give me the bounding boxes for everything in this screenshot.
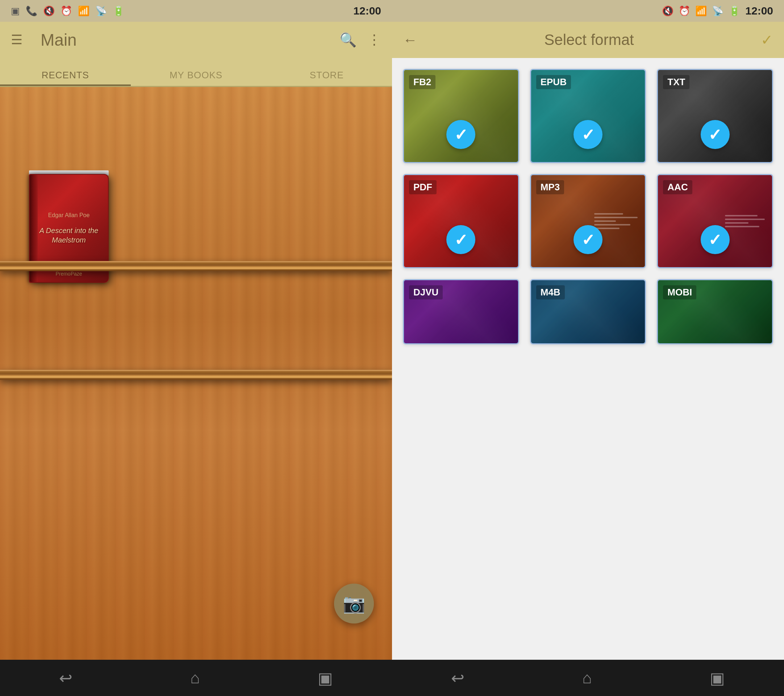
phone-icon: 📞 <box>26 5 37 16</box>
wifi-icon: 📶 <box>78 5 89 16</box>
left-toolbar: ☰ Main 🔍 ⋮ <box>0 22 392 58</box>
r-battery-icon: 🔋 <box>728 5 740 16</box>
fb2-check-icon: ✓ <box>454 125 468 144</box>
left-time: 12:00 <box>353 5 381 17</box>
left-status-icons: ▣ 📞 🔇 ⏰ 📶 📡 🔋 <box>11 5 124 16</box>
book-title: A Descent into the Maelstrom <box>37 226 101 245</box>
format-card-txt[interactable]: TXT ✓ <box>657 69 773 163</box>
app-title: Main <box>41 30 329 49</box>
r-wifi-icon: 📶 <box>695 5 707 16</box>
tab-my-books[interactable]: MY BOOKS <box>131 69 262 86</box>
mp3-waveform <box>594 213 637 229</box>
right-toolbar: ← Select format ✓ <box>392 22 784 58</box>
back-button[interactable]: ← <box>403 32 417 48</box>
signal-icon: 📡 <box>95 5 107 16</box>
book-author: Edgar Allan Poe <box>48 212 90 219</box>
left-panel: ▣ 📞 🔇 ⏰ 📶 📡 🔋 12:00 ☰ Main 🔍 ⋮ RECENTS M… <box>0 0 392 696</box>
mobi-label: MOBI <box>663 285 696 299</box>
format-card-mobi[interactable]: MOBI <box>657 279 773 345</box>
fb2-label: FB2 <box>409 75 435 89</box>
battery-icon: 🔋 <box>113 5 124 16</box>
bookshelf-shelf-1 <box>0 261 392 271</box>
wave-1 <box>594 213 623 214</box>
r-volume-icon: 🔇 <box>662 5 674 16</box>
djvu-label: DJVU <box>409 285 443 299</box>
r-alarm-icon: ⏰ <box>679 5 690 16</box>
tablet-icon: ▣ <box>11 5 20 16</box>
txt-check: ✓ <box>701 120 730 149</box>
mp3-check-icon: ✓ <box>581 231 595 249</box>
m4b-label: M4B <box>536 285 565 299</box>
aac-check: ✓ <box>701 225 730 254</box>
search-icon[interactable]: 🔍 <box>339 32 356 48</box>
epub-check: ✓ <box>573 120 603 149</box>
r-signal-icon: 📡 <box>712 5 723 16</box>
txt-label: TXT <box>663 75 689 89</box>
tab-store[interactable]: STORE <box>261 69 392 86</box>
aac-wave-4 <box>725 226 759 227</box>
mp3-label: MP3 <box>536 180 564 194</box>
volume-icon: 🔇 <box>43 5 55 16</box>
format-card-fb2[interactable]: FB2 ✓ <box>403 69 519 163</box>
right-recents-nav-icon[interactable]: ▣ <box>710 669 725 687</box>
alarm-icon: ⏰ <box>61 5 72 16</box>
camera-fab[interactable]: 📷 <box>334 584 374 623</box>
format-row-3: DJVU M4B MOBI <box>403 279 773 345</box>
bookshelf-shelf-2 <box>0 370 392 380</box>
recents-nav-icon[interactable]: ▣ <box>318 669 333 687</box>
aac-wave-2 <box>725 219 765 220</box>
fb2-check: ✓ <box>446 120 475 149</box>
format-grid: FB2 ✓ EPUB ✓ TXT ✓ <box>392 58 784 660</box>
aac-wave-1 <box>725 215 758 216</box>
confirm-button[interactable]: ✓ <box>761 31 773 48</box>
format-card-djvu[interactable]: DJVU <box>403 279 519 345</box>
right-panel: 🔇 ⏰ 📶 📡 🔋 12:00 ← Select format ✓ FB2 ✓ <box>392 0 784 696</box>
aac-check-icon: ✓ <box>708 231 722 249</box>
camera-icon: 📷 <box>343 593 365 614</box>
mp3-check: ✓ <box>573 225 603 254</box>
format-card-mp3[interactable]: MP3 ✓ <box>530 174 646 268</box>
toolbar-icons: 🔍 ⋮ <box>339 32 381 48</box>
tab-recents[interactable]: RECENTS <box>0 69 131 86</box>
left-status-bar: ▣ 📞 🔇 ⏰ 📶 📡 🔋 12:00 <box>0 0 392 22</box>
format-card-epub[interactable]: EPUB ✓ <box>530 69 646 163</box>
format-card-aac[interactable]: AAC ✓ <box>657 174 773 268</box>
book-publisher: PremoPaze <box>56 271 82 277</box>
home-nav-icon[interactable]: ⌂ <box>190 669 200 687</box>
epub-label: EPUB <box>536 75 571 89</box>
aac-waveform <box>725 215 765 227</box>
pdf-label: PDF <box>409 180 436 194</box>
more-options-icon[interactable]: ⋮ <box>367 32 381 48</box>
pdf-check-icon: ✓ <box>454 231 468 249</box>
right-status-bar: 🔇 ⏰ 📶 📡 🔋 12:00 <box>392 0 784 22</box>
left-tabs: RECENTS MY BOOKS STORE <box>0 58 392 87</box>
menu-icon[interactable]: ☰ <box>11 32 23 48</box>
left-nav-bar: ↩ ⌂ ▣ <box>0 660 392 696</box>
format-row-1: FB2 ✓ EPUB ✓ TXT ✓ <box>403 69 773 163</box>
pdf-check: ✓ <box>446 225 475 254</box>
right-nav-bar: ↩ ⌂ ▣ <box>392 660 784 696</box>
right-home-nav-icon[interactable]: ⌂ <box>582 669 592 687</box>
right-status-icons: 🔇 ⏰ 📶 📡 🔋 12:00 <box>662 5 773 17</box>
aac-label: AAC <box>663 180 692 194</box>
wave-2 <box>594 217 637 218</box>
format-card-pdf[interactable]: PDF ✓ <box>403 174 519 268</box>
right-back-nav-icon[interactable]: ↩ <box>451 669 464 687</box>
page-title: Select format <box>428 31 750 49</box>
format-card-m4b[interactable]: M4B <box>530 279 646 345</box>
wave-4 <box>594 224 631 226</box>
bookshelf: Edgar Allan Poe A Descent into the Maels… <box>0 87 392 660</box>
back-nav-icon[interactable]: ↩ <box>59 669 72 687</box>
epub-check-icon: ✓ <box>581 125 595 144</box>
format-row-2: PDF ✓ MP3 ✓ <box>403 174 773 268</box>
right-time: 12:00 <box>745 5 773 17</box>
wave-3 <box>594 220 616 222</box>
aac-wave-3 <box>725 222 748 224</box>
txt-check-icon: ✓ <box>708 125 722 144</box>
